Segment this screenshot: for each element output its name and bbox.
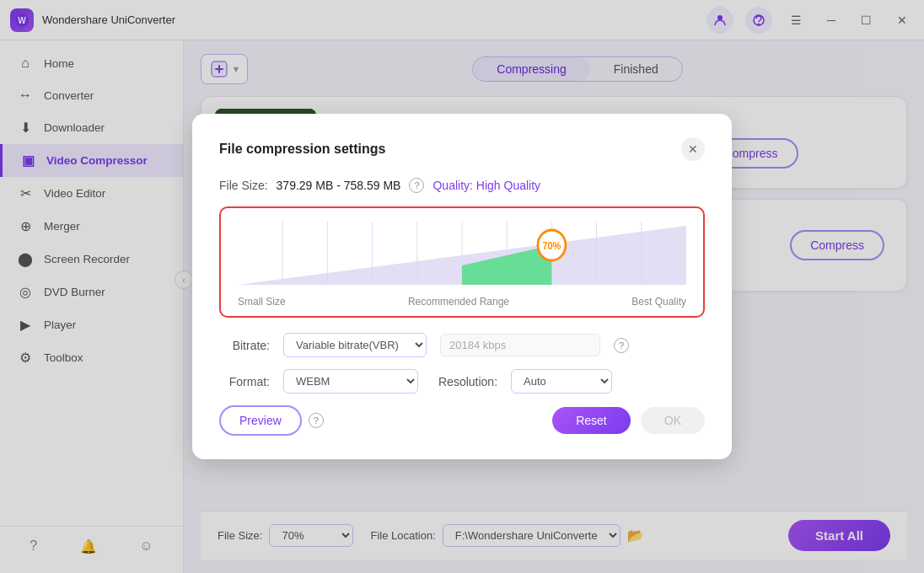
slider-labels: Small Size Recommended Range Best Qualit… (238, 296, 686, 308)
format-label: Format: (219, 375, 270, 388)
quality-label: Quality: High Quality (432, 179, 540, 192)
dialog-overlay: File compression settings ✕ File Size: 3… (0, 0, 924, 573)
filesize-label: File Size: (219, 179, 268, 192)
dialog-title: File compression settings (219, 142, 385, 157)
filesize-help-icon[interactable]: ? (409, 178, 424, 193)
reset-button[interactable]: Reset (552, 407, 631, 434)
label-recommended: Recommended Range (408, 296, 509, 308)
dialog-footer: Preview ? Reset OK (219, 405, 705, 436)
format-select[interactable]: WEBM MP4 MKV (283, 369, 418, 394)
bitrate-select[interactable]: Variable bitrate(VBR) Constant bitrate(C… (283, 333, 427, 357)
slider-area: 70% Small Size Recommended Range Best Qu… (219, 206, 705, 318)
preview-help-icon[interactable]: ? (309, 413, 324, 428)
svg-text:70%: 70% (542, 241, 561, 252)
compression-chart: 70% (238, 222, 686, 285)
format-row: Format: WEBM MP4 MKV Resolution: Auto 19… (219, 369, 705, 394)
slider-chart: 70% (238, 222, 686, 289)
dialog-header: File compression settings ✕ (219, 137, 705, 161)
dialog-close-button[interactable]: ✕ (681, 137, 705, 161)
compression-settings-dialog: File compression settings ✕ File Size: 3… (192, 114, 732, 459)
dialog-filesize-row: File Size: 379.29 MB - 758.59 MB ? Quali… (219, 178, 705, 193)
bitrate-help-icon[interactable]: ? (614, 338, 629, 353)
filesize-value: 379.29 MB - 758.59 MB (277, 179, 401, 192)
bitrate-row: Bitrate: Variable bitrate(VBR) Constant … (219, 333, 705, 357)
preview-button[interactable]: Preview (219, 405, 302, 436)
resolution-label: Resolution: (438, 375, 497, 388)
label-small-size: Small Size (238, 296, 286, 308)
label-best-quality: Best Quality (631, 296, 686, 308)
ok-button[interactable]: OK (641, 407, 705, 434)
resolution-select[interactable]: Auto 1920x1080 3840x2160 (511, 369, 612, 394)
footer-right: Reset OK (552, 407, 705, 434)
bitrate-kbps-input (440, 334, 600, 356)
bitrate-label: Bitrate: (219, 339, 270, 352)
